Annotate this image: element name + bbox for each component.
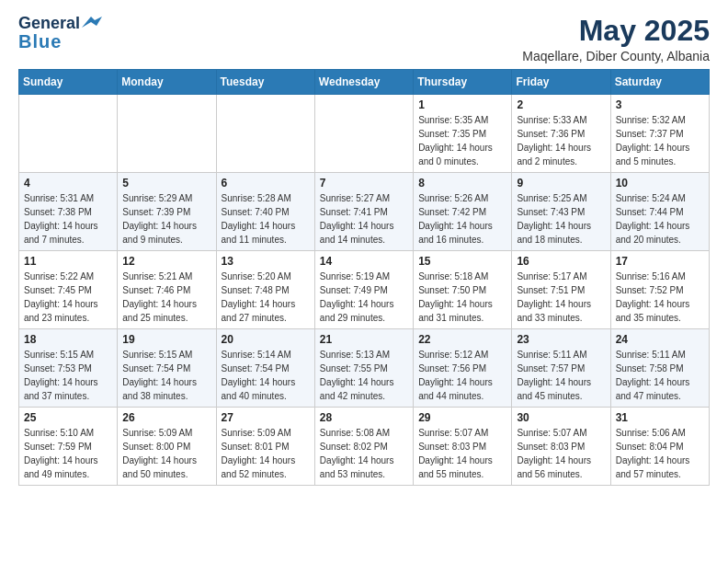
header: General Blue May 2025 Maqellare, Diber C… — [18, 15, 710, 63]
day-info: Sunrise: 5:32 AMSunset: 7:37 PMDaylight:… — [616, 113, 704, 168]
calendar-cell: 1Sunrise: 5:35 AMSunset: 7:35 PMDaylight… — [414, 95, 512, 173]
week-row-4: 18Sunrise: 5:15 AMSunset: 7:53 PMDayligh… — [19, 329, 710, 408]
day-number: 17 — [616, 255, 704, 268]
day-info: Sunrise: 5:14 AMSunset: 7:54 PMDaylight:… — [222, 348, 310, 403]
day-info: Sunrise: 5:09 AMSunset: 8:00 PMDaylight:… — [122, 426, 210, 481]
day-number: 12 — [122, 255, 210, 268]
calendar-cell: 13Sunrise: 5:20 AMSunset: 7:48 PMDayligh… — [216, 251, 314, 329]
calendar-cell: 12Sunrise: 5:21 AMSunset: 7:46 PMDayligh… — [118, 251, 216, 329]
calendar-cell: 7Sunrise: 5:27 AMSunset: 7:41 PMDaylight… — [314, 173, 413, 251]
weekday-monday: Monday — [118, 70, 216, 95]
day-info: Sunrise: 5:18 AMSunset: 7:50 PMDaylight:… — [418, 270, 506, 325]
calendar-cell: 16Sunrise: 5:17 AMSunset: 7:51 PMDayligh… — [512, 251, 610, 329]
calendar-cell: 25Sunrise: 5:10 AMSunset: 7:59 PMDayligh… — [19, 408, 118, 486]
day-info: Sunrise: 5:08 AMSunset: 8:02 PMDaylight:… — [320, 426, 408, 481]
calendar-cell: 31Sunrise: 5:06 AMSunset: 8:04 PMDayligh… — [610, 408, 709, 486]
day-info: Sunrise: 5:10 AMSunset: 7:59 PMDaylight:… — [24, 426, 112, 481]
calendar-cell: 2Sunrise: 5:33 AMSunset: 7:36 PMDaylight… — [512, 95, 610, 173]
day-info: Sunrise: 5:17 AMSunset: 7:51 PMDaylight:… — [517, 270, 605, 325]
calendar-cell: 23Sunrise: 5:11 AMSunset: 7:57 PMDayligh… — [512, 329, 610, 408]
logo-bird-icon — [82, 17, 102, 31]
day-number: 31 — [616, 411, 704, 424]
day-info: Sunrise: 5:33 AMSunset: 7:36 PMDaylight:… — [517, 113, 605, 168]
weekday-saturday: Saturday — [610, 70, 709, 95]
week-row-5: 25Sunrise: 5:10 AMSunset: 7:59 PMDayligh… — [19, 408, 710, 486]
calendar-cell — [216, 95, 314, 173]
day-info: Sunrise: 5:07 AMSunset: 8:03 PMDaylight:… — [517, 426, 605, 481]
location-title: Maqellare, Diber County, Albania — [522, 49, 710, 63]
day-number: 24 — [616, 333, 704, 346]
week-row-3: 11Sunrise: 5:22 AMSunset: 7:45 PMDayligh… — [19, 251, 710, 329]
day-info: Sunrise: 5:28 AMSunset: 7:40 PMDaylight:… — [222, 191, 310, 247]
calendar-cell — [314, 95, 413, 173]
day-number: 2 — [517, 98, 605, 111]
day-number: 20 — [222, 333, 310, 346]
day-number: 27 — [222, 411, 310, 424]
day-number: 18 — [24, 333, 112, 346]
calendar-cell: 22Sunrise: 5:12 AMSunset: 7:56 PMDayligh… — [414, 329, 512, 408]
day-info: Sunrise: 5:20 AMSunset: 7:48 PMDaylight:… — [222, 270, 310, 325]
day-info: Sunrise: 5:16 AMSunset: 7:52 PMDaylight:… — [616, 270, 704, 325]
calendar-cell: 24Sunrise: 5:11 AMSunset: 7:58 PMDayligh… — [610, 329, 709, 408]
day-info: Sunrise: 5:12 AMSunset: 7:56 PMDaylight:… — [418, 348, 506, 403]
day-number: 26 — [122, 411, 210, 424]
calendar-cell: 18Sunrise: 5:15 AMSunset: 7:53 PMDayligh… — [19, 329, 118, 408]
day-number: 22 — [418, 333, 506, 346]
calendar-cell: 3Sunrise: 5:32 AMSunset: 7:37 PMDaylight… — [610, 95, 709, 173]
calendar-cell: 9Sunrise: 5:25 AMSunset: 7:43 PMDaylight… — [512, 173, 610, 251]
day-number: 9 — [517, 177, 605, 190]
day-number: 23 — [517, 333, 605, 346]
page: General Blue May 2025 Maqellare, Diber C… — [0, 0, 728, 500]
calendar-cell: 10Sunrise: 5:24 AMSunset: 7:44 PMDayligh… — [610, 173, 709, 251]
day-number: 19 — [122, 333, 210, 346]
calendar-cell: 17Sunrise: 5:16 AMSunset: 7:52 PMDayligh… — [610, 251, 709, 329]
day-info: Sunrise: 5:11 AMSunset: 7:58 PMDaylight:… — [616, 348, 704, 403]
calendar-cell — [19, 95, 118, 173]
day-number: 16 — [517, 255, 605, 268]
day-number: 21 — [320, 333, 408, 346]
calendar-cell: 21Sunrise: 5:13 AMSunset: 7:55 PMDayligh… — [314, 329, 413, 408]
logo: General Blue — [18, 15, 102, 52]
day-info: Sunrise: 5:13 AMSunset: 7:55 PMDaylight:… — [320, 348, 408, 403]
day-number: 13 — [222, 255, 310, 268]
svg-marker-0 — [82, 17, 102, 28]
calendar-cell: 6Sunrise: 5:28 AMSunset: 7:40 PMDaylight… — [216, 173, 314, 251]
calendar-table: SundayMondayTuesdayWednesdayThursdayFrid… — [18, 69, 710, 486]
day-info: Sunrise: 5:19 AMSunset: 7:49 PMDaylight:… — [320, 270, 408, 325]
calendar-cell: 4Sunrise: 5:31 AMSunset: 7:38 PMDaylight… — [19, 173, 118, 251]
calendar-cell: 20Sunrise: 5:14 AMSunset: 7:54 PMDayligh… — [216, 329, 314, 408]
day-number: 7 — [320, 177, 408, 190]
calendar-cell: 15Sunrise: 5:18 AMSunset: 7:50 PMDayligh… — [414, 251, 512, 329]
day-info: Sunrise: 5:21 AMSunset: 7:46 PMDaylight:… — [122, 270, 210, 325]
calendar-cell: 19Sunrise: 5:15 AMSunset: 7:54 PMDayligh… — [118, 329, 216, 408]
weekday-sunday: Sunday — [19, 70, 118, 95]
month-title: May 2025 — [522, 15, 710, 47]
day-info: Sunrise: 5:15 AMSunset: 7:54 PMDaylight:… — [122, 348, 210, 403]
day-info: Sunrise: 5:29 AMSunset: 7:39 PMDaylight:… — [122, 191, 210, 247]
weekday-wednesday: Wednesday — [314, 70, 413, 95]
day-info: Sunrise: 5:15 AMSunset: 7:53 PMDaylight:… — [24, 348, 112, 403]
calendar-cell — [118, 95, 216, 173]
weekday-friday: Friday — [512, 70, 610, 95]
weekday-header-row: SundayMondayTuesdayWednesdayThursdayFrid… — [19, 70, 710, 95]
day-info: Sunrise: 5:07 AMSunset: 8:03 PMDaylight:… — [418, 426, 506, 481]
logo-blue: Blue — [18, 31, 62, 52]
day-number: 29 — [418, 411, 506, 424]
day-number: 14 — [320, 255, 408, 268]
weekday-tuesday: Tuesday — [216, 70, 314, 95]
day-info: Sunrise: 5:25 AMSunset: 7:43 PMDaylight:… — [517, 191, 605, 247]
calendar-cell: 26Sunrise: 5:09 AMSunset: 8:00 PMDayligh… — [118, 408, 216, 486]
calendar-cell: 29Sunrise: 5:07 AMSunset: 8:03 PMDayligh… — [414, 408, 512, 486]
day-number: 4 — [24, 177, 112, 190]
day-info: Sunrise: 5:06 AMSunset: 8:04 PMDaylight:… — [616, 426, 704, 481]
day-info: Sunrise: 5:31 AMSunset: 7:38 PMDaylight:… — [24, 191, 112, 247]
day-number: 1 — [418, 98, 506, 111]
day-info: Sunrise: 5:26 AMSunset: 7:42 PMDaylight:… — [418, 191, 506, 247]
day-number: 10 — [616, 177, 704, 190]
day-info: Sunrise: 5:09 AMSunset: 8:01 PMDaylight:… — [222, 426, 310, 481]
calendar-cell: 14Sunrise: 5:19 AMSunset: 7:49 PMDayligh… — [314, 251, 413, 329]
day-number: 15 — [418, 255, 506, 268]
calendar-cell: 30Sunrise: 5:07 AMSunset: 8:03 PMDayligh… — [512, 408, 610, 486]
day-number: 3 — [616, 98, 704, 111]
day-number: 6 — [222, 177, 310, 190]
